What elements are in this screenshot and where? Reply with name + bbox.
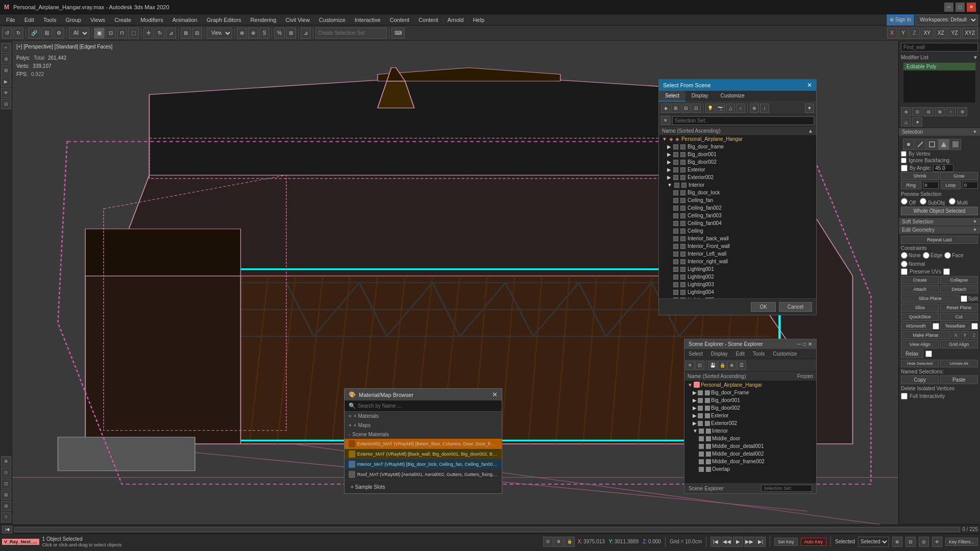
mat-scene-header[interactable]: Scene Materials (345, 430, 502, 439)
mat-item-roof[interactable]: Roof_MAT (VRayMtl) [Aerial001, Aerial002… (345, 469, 502, 480)
sign-in-button[interactable]: ⊕ Sign In (887, 14, 914, 26)
menu-tools[interactable]: Tools (39, 16, 61, 24)
poly-mode-btn[interactable] (938, 139, 949, 150)
obj-type-1[interactable]: ⊕ (901, 107, 911, 116)
mat-item-exterior[interactable]: Exterior_MAT (VRayMtl) [Back_wall, Big_d… (345, 449, 502, 459)
vp-layout-1[interactable]: ⊡ (543, 537, 553, 547)
copy-btn[interactable]: Copy (901, 375, 939, 384)
key-filters-btn[interactable]: Key Filters... (945, 538, 978, 546)
sfs-item-hangar[interactable]: ▼ ◈ ◈ Personal_Airplane_Hangar (659, 135, 816, 143)
se-options-btn[interactable]: ☰ (737, 361, 746, 370)
snap-button[interactable]: ⊕ (237, 28, 247, 39)
se-item-middle-door-detail002[interactable]: Middle_door_detail002 (684, 450, 816, 458)
sidebar-extra-5[interactable]: ⚙ (1, 501, 11, 511)
sfs-tab-customize[interactable]: Customize (715, 91, 751, 102)
sfs-item-ceiling-fan002[interactable]: Ceiling_fan002 (659, 204, 816, 212)
sfs-sort-btn[interactable]: ↕ (760, 104, 769, 113)
sfs-close-button[interactable]: ✕ (807, 82, 812, 89)
align-button[interactable]: ⊟ (192, 28, 202, 39)
sfs-camera-btn[interactable]: 📷 (716, 104, 725, 113)
snap2d-button[interactable]: ⊕ (248, 28, 258, 39)
se-filter-btn[interactable]: ⊡ (695, 361, 704, 370)
obj-type-4[interactable]: ⊞ (935, 107, 945, 116)
menu-content[interactable]: Content (414, 16, 443, 24)
by-angle-checkbox[interactable] (901, 165, 908, 171)
sfs-item-lighting003[interactable]: Lighting003 (659, 281, 816, 288)
se-item-exterior[interactable]: ▶ Exterior (684, 412, 816, 419)
relax-checkbox[interactable] (925, 350, 932, 357)
mat-item-exterior002[interactable]: Exterior002_MAT (VRayMtl) [Beton_floor, … (345, 439, 502, 449)
set-key-btn[interactable]: Set Key (774, 538, 798, 546)
se-clear-btn[interactable]: ✕ (685, 361, 695, 370)
vray-label[interactable]: V_Ray_Next_... (2, 539, 39, 545)
se-item-door002[interactable]: ▶ Big_door002 (684, 404, 816, 412)
rotate-button[interactable]: ↻ (155, 28, 165, 39)
sfs-item-interior-left-wall[interactable]: Interior_Left_wall (659, 250, 816, 258)
xy-btn[interactable]: XY (921, 28, 934, 39)
quickslice-btn[interactable]: QuickSlice (901, 313, 939, 321)
move-button[interactable]: ✛ (143, 28, 154, 39)
attach-btn[interactable]: Attach (901, 285, 939, 293)
sfs-shape-btn[interactable]: ○ (736, 104, 745, 113)
sfs-clear-filter-btn[interactable]: ✕ (661, 116, 670, 125)
vertex-mode-btn[interactable] (903, 139, 914, 150)
xyz-btn[interactable]: XYZ (962, 28, 978, 39)
sidebar-extra-3[interactable]: ⊡ (1, 479, 11, 489)
se-item-door-frame[interactable]: ▶ Big_door_Frame (684, 389, 816, 396)
se-merge-btn[interactable]: ⊕ (727, 361, 737, 370)
slice-btn[interactable]: Slice (901, 304, 939, 312)
grow-button[interactable]: Grow (940, 172, 978, 180)
obj-type-2[interactable]: ⊡ (912, 107, 922, 116)
loop-value-input[interactable] (963, 182, 978, 189)
x-btn[interactable]: X (951, 331, 960, 339)
menu-views[interactable]: Views (86, 16, 109, 24)
preserve-uvs-checkbox[interactable] (901, 268, 908, 275)
mat-maps-header[interactable]: + Maps (345, 421, 502, 430)
mat-sample-slots[interactable]: + Sample Slots (349, 483, 498, 491)
se-tab-edit[interactable]: Edit (734, 350, 747, 358)
sidebar-utilities[interactable]: ⊟ (1, 99, 11, 109)
se-close-btn[interactable]: ✕ (808, 341, 812, 347)
make-planar-btn[interactable]: Make Planar (901, 331, 950, 339)
sfs-item-door001[interactable]: ▶ Big_door001 (659, 151, 816, 158)
sidebar-motion[interactable]: ▶ (1, 77, 11, 87)
se-item-interior[interactable]: ▼ Interior (684, 427, 816, 435)
menu-edit[interactable]: Edit (20, 16, 38, 24)
collapse-btn[interactable]: Collapse (940, 276, 978, 284)
sfs-item-lighting002[interactable]: Lighting002 (659, 273, 816, 281)
snaps-toggle[interactable]: S (259, 28, 270, 39)
workspaces-dropdown[interactable]: Workspaces: Default (915, 14, 978, 26)
soft-selection-header[interactable]: Soft Selection (899, 217, 980, 226)
sfs-item-interior-right-wall[interactable]: Interior_right_wall (659, 258, 816, 265)
preview-multi-label[interactable]: Multi (949, 198, 968, 206)
nav-2[interactable]: ⊟ (905, 537, 916, 547)
sfs-options-btn[interactable]: ▼ (805, 104, 814, 113)
tessellate-checkbox[interactable] (971, 323, 978, 330)
selected-dropdown[interactable]: Selected (858, 537, 889, 547)
sfs-tab-select[interactable]: Select (659, 91, 685, 102)
sfs-all-btn[interactable]: ⊞ (671, 104, 680, 113)
hide-selected-btn[interactable]: Hide Selected (901, 360, 939, 367)
unhide-all-btn[interactable]: Unhide All (940, 360, 978, 367)
select-lasso-button[interactable]: ⊓ (117, 28, 127, 39)
preview-multi-radio[interactable] (949, 198, 955, 205)
sfs-item-list[interactable]: ▼ ◈ ◈ Personal_Airplane_Hangar ▶ Big_doo… (659, 135, 816, 298)
relax-btn[interactable]: Relax (901, 349, 923, 358)
shrink-button[interactable]: Shrink (901, 172, 939, 180)
auto-key-btn[interactable]: Auto Key (801, 538, 827, 546)
preserve-uvs-2-checkbox[interactable] (943, 268, 950, 275)
sidebar-extra-1[interactable]: ⊕ (1, 456, 11, 466)
menu-help[interactable]: Help (469, 16, 488, 24)
sfs-item-interior-front-wall[interactable]: Interior_Front_wall (659, 242, 816, 250)
se-tab-customize[interactable]: Customize (771, 350, 799, 358)
ring-value-input[interactable] (923, 182, 939, 189)
by-angle-input[interactable] (933, 164, 953, 172)
preview-off-radio[interactable] (901, 198, 908, 205)
detach-btn[interactable]: Detach (940, 285, 978, 293)
sfs-none-btn[interactable]: ⊟ (681, 104, 691, 113)
scale-button[interactable]: ⊿ (166, 28, 176, 39)
se-minimize-btn[interactable]: ─ (797, 341, 801, 347)
se-item-door001[interactable]: ▶ Big_door001 (684, 396, 816, 404)
se-item-overlap[interactable]: Overlap (684, 465, 816, 473)
edge-mode-btn[interactable] (915, 139, 926, 150)
